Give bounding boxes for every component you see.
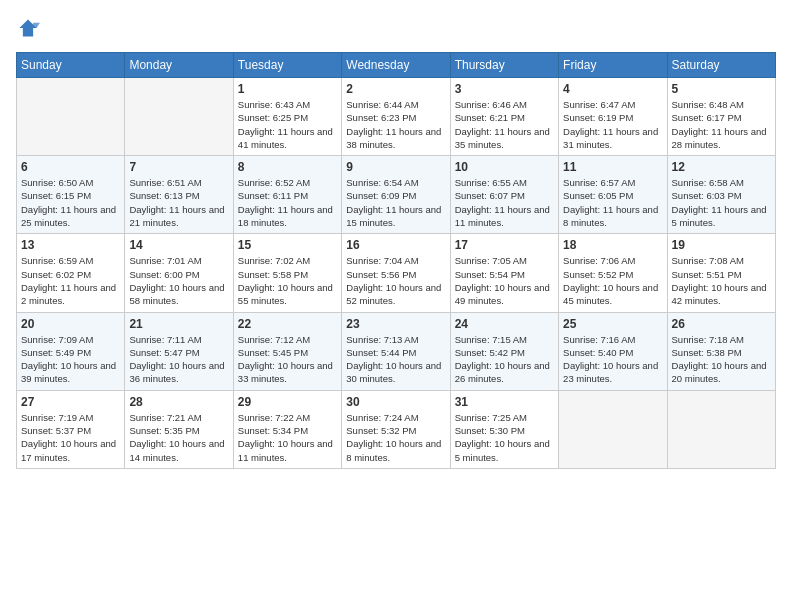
day-info: Sunrise: 7:04 AM Sunset: 5:56 PM Dayligh… (346, 254, 445, 307)
day-info: Sunrise: 7:15 AM Sunset: 5:42 PM Dayligh… (455, 333, 554, 386)
weekday-header-wednesday: Wednesday (342, 53, 450, 78)
day-info: Sunrise: 7:08 AM Sunset: 5:51 PM Dayligh… (672, 254, 771, 307)
calendar-cell: 27Sunrise: 7:19 AM Sunset: 5:37 PM Dayli… (17, 390, 125, 468)
calendar-cell: 14Sunrise: 7:01 AM Sunset: 6:00 PM Dayli… (125, 234, 233, 312)
day-info: Sunrise: 6:58 AM Sunset: 6:03 PM Dayligh… (672, 176, 771, 229)
day-number: 5 (672, 82, 771, 96)
day-number: 8 (238, 160, 337, 174)
day-number: 19 (672, 238, 771, 252)
day-info: Sunrise: 6:46 AM Sunset: 6:21 PM Dayligh… (455, 98, 554, 151)
calendar-week-row: 27Sunrise: 7:19 AM Sunset: 5:37 PM Dayli… (17, 390, 776, 468)
calendar-cell: 23Sunrise: 7:13 AM Sunset: 5:44 PM Dayli… (342, 312, 450, 390)
calendar-cell: 3Sunrise: 6:46 AM Sunset: 6:21 PM Daylig… (450, 78, 558, 156)
day-info: Sunrise: 6:57 AM Sunset: 6:05 PM Dayligh… (563, 176, 662, 229)
day-info: Sunrise: 6:51 AM Sunset: 6:13 PM Dayligh… (129, 176, 228, 229)
calendar-cell: 30Sunrise: 7:24 AM Sunset: 5:32 PM Dayli… (342, 390, 450, 468)
calendar-cell: 26Sunrise: 7:18 AM Sunset: 5:38 PM Dayli… (667, 312, 775, 390)
day-info: Sunrise: 6:54 AM Sunset: 6:09 PM Dayligh… (346, 176, 445, 229)
day-info: Sunrise: 7:02 AM Sunset: 5:58 PM Dayligh… (238, 254, 337, 307)
logo-icon (16, 16, 40, 40)
calendar-cell: 24Sunrise: 7:15 AM Sunset: 5:42 PM Dayli… (450, 312, 558, 390)
day-info: Sunrise: 6:59 AM Sunset: 6:02 PM Dayligh… (21, 254, 120, 307)
weekday-header-friday: Friday (559, 53, 667, 78)
calendar-cell: 19Sunrise: 7:08 AM Sunset: 5:51 PM Dayli… (667, 234, 775, 312)
calendar-cell: 8Sunrise: 6:52 AM Sunset: 6:11 PM Daylig… (233, 156, 341, 234)
calendar-cell: 20Sunrise: 7:09 AM Sunset: 5:49 PM Dayli… (17, 312, 125, 390)
day-info: Sunrise: 6:43 AM Sunset: 6:25 PM Dayligh… (238, 98, 337, 151)
day-number: 9 (346, 160, 445, 174)
day-info: Sunrise: 7:11 AM Sunset: 5:47 PM Dayligh… (129, 333, 228, 386)
svg-marker-1 (33, 23, 40, 28)
calendar-cell: 25Sunrise: 7:16 AM Sunset: 5:40 PM Dayli… (559, 312, 667, 390)
calendar-cell: 21Sunrise: 7:11 AM Sunset: 5:47 PM Dayli… (125, 312, 233, 390)
day-info: Sunrise: 6:50 AM Sunset: 6:15 PM Dayligh… (21, 176, 120, 229)
calendar-week-row: 6Sunrise: 6:50 AM Sunset: 6:15 PM Daylig… (17, 156, 776, 234)
day-info: Sunrise: 6:48 AM Sunset: 6:17 PM Dayligh… (672, 98, 771, 151)
day-number: 30 (346, 395, 445, 409)
day-number: 4 (563, 82, 662, 96)
weekday-header-tuesday: Tuesday (233, 53, 341, 78)
day-number: 15 (238, 238, 337, 252)
calendar-table: SundayMondayTuesdayWednesdayThursdayFrid… (16, 52, 776, 469)
day-number: 12 (672, 160, 771, 174)
day-number: 29 (238, 395, 337, 409)
page-header (16, 16, 776, 40)
calendar-cell: 22Sunrise: 7:12 AM Sunset: 5:45 PM Dayli… (233, 312, 341, 390)
day-number: 21 (129, 317, 228, 331)
weekday-header-monday: Monday (125, 53, 233, 78)
calendar-week-row: 1Sunrise: 6:43 AM Sunset: 6:25 PM Daylig… (17, 78, 776, 156)
day-info: Sunrise: 6:44 AM Sunset: 6:23 PM Dayligh… (346, 98, 445, 151)
calendar-cell: 9Sunrise: 6:54 AM Sunset: 6:09 PM Daylig… (342, 156, 450, 234)
calendar-cell: 13Sunrise: 6:59 AM Sunset: 6:02 PM Dayli… (17, 234, 125, 312)
day-number: 27 (21, 395, 120, 409)
day-number: 18 (563, 238, 662, 252)
day-number: 13 (21, 238, 120, 252)
day-info: Sunrise: 7:05 AM Sunset: 5:54 PM Dayligh… (455, 254, 554, 307)
calendar-cell: 29Sunrise: 7:22 AM Sunset: 5:34 PM Dayli… (233, 390, 341, 468)
day-number: 28 (129, 395, 228, 409)
day-number: 23 (346, 317, 445, 331)
weekday-header-thursday: Thursday (450, 53, 558, 78)
day-number: 16 (346, 238, 445, 252)
day-info: Sunrise: 7:16 AM Sunset: 5:40 PM Dayligh… (563, 333, 662, 386)
day-number: 24 (455, 317, 554, 331)
day-info: Sunrise: 7:01 AM Sunset: 6:00 PM Dayligh… (129, 254, 228, 307)
calendar-cell (559, 390, 667, 468)
day-number: 11 (563, 160, 662, 174)
calendar-cell: 1Sunrise: 6:43 AM Sunset: 6:25 PM Daylig… (233, 78, 341, 156)
calendar-cell: 10Sunrise: 6:55 AM Sunset: 6:07 PM Dayli… (450, 156, 558, 234)
calendar-cell (667, 390, 775, 468)
day-number: 3 (455, 82, 554, 96)
weekday-header-saturday: Saturday (667, 53, 775, 78)
calendar-cell: 2Sunrise: 6:44 AM Sunset: 6:23 PM Daylig… (342, 78, 450, 156)
day-number: 26 (672, 317, 771, 331)
day-number: 25 (563, 317, 662, 331)
calendar-cell: 31Sunrise: 7:25 AM Sunset: 5:30 PM Dayli… (450, 390, 558, 468)
logo (16, 16, 48, 40)
day-info: Sunrise: 7:21 AM Sunset: 5:35 PM Dayligh… (129, 411, 228, 464)
day-number: 22 (238, 317, 337, 331)
day-info: Sunrise: 7:09 AM Sunset: 5:49 PM Dayligh… (21, 333, 120, 386)
calendar-cell: 15Sunrise: 7:02 AM Sunset: 5:58 PM Dayli… (233, 234, 341, 312)
day-info: Sunrise: 6:47 AM Sunset: 6:19 PM Dayligh… (563, 98, 662, 151)
day-info: Sunrise: 7:12 AM Sunset: 5:45 PM Dayligh… (238, 333, 337, 386)
calendar-cell: 5Sunrise: 6:48 AM Sunset: 6:17 PM Daylig… (667, 78, 775, 156)
calendar-cell: 18Sunrise: 7:06 AM Sunset: 5:52 PM Dayli… (559, 234, 667, 312)
calendar-cell: 28Sunrise: 7:21 AM Sunset: 5:35 PM Dayli… (125, 390, 233, 468)
day-info: Sunrise: 7:24 AM Sunset: 5:32 PM Dayligh… (346, 411, 445, 464)
calendar-cell: 11Sunrise: 6:57 AM Sunset: 6:05 PM Dayli… (559, 156, 667, 234)
day-number: 10 (455, 160, 554, 174)
weekday-header-sunday: Sunday (17, 53, 125, 78)
day-info: Sunrise: 7:25 AM Sunset: 5:30 PM Dayligh… (455, 411, 554, 464)
weekday-header-row: SundayMondayTuesdayWednesdayThursdayFrid… (17, 53, 776, 78)
day-info: Sunrise: 7:06 AM Sunset: 5:52 PM Dayligh… (563, 254, 662, 307)
day-number: 31 (455, 395, 554, 409)
day-info: Sunrise: 7:22 AM Sunset: 5:34 PM Dayligh… (238, 411, 337, 464)
calendar-week-row: 20Sunrise: 7:09 AM Sunset: 5:49 PM Dayli… (17, 312, 776, 390)
calendar-week-row: 13Sunrise: 6:59 AM Sunset: 6:02 PM Dayli… (17, 234, 776, 312)
day-number: 2 (346, 82, 445, 96)
calendar-cell: 16Sunrise: 7:04 AM Sunset: 5:56 PM Dayli… (342, 234, 450, 312)
day-number: 7 (129, 160, 228, 174)
day-number: 6 (21, 160, 120, 174)
day-number: 14 (129, 238, 228, 252)
